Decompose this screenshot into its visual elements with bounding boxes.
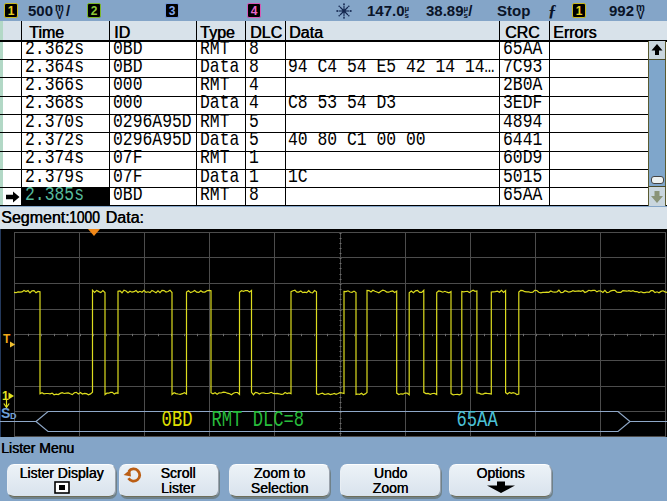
svg-text:S: S bbox=[1, 405, 10, 421]
svg-text:RMT DLC=8: RMT DLC=8 bbox=[212, 408, 305, 433]
svg-text:1: 1 bbox=[2, 389, 9, 403]
svg-text:D: D bbox=[10, 411, 17, 421]
svg-text:65AA: 65AA bbox=[457, 408, 498, 433]
svg-text:0BD: 0BD bbox=[162, 408, 193, 433]
svg-text:T: T bbox=[3, 332, 11, 346]
